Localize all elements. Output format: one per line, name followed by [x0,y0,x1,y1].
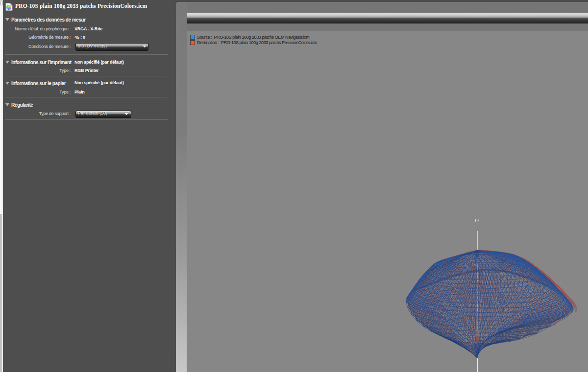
svg-text:L*: L* [475,218,479,223]
